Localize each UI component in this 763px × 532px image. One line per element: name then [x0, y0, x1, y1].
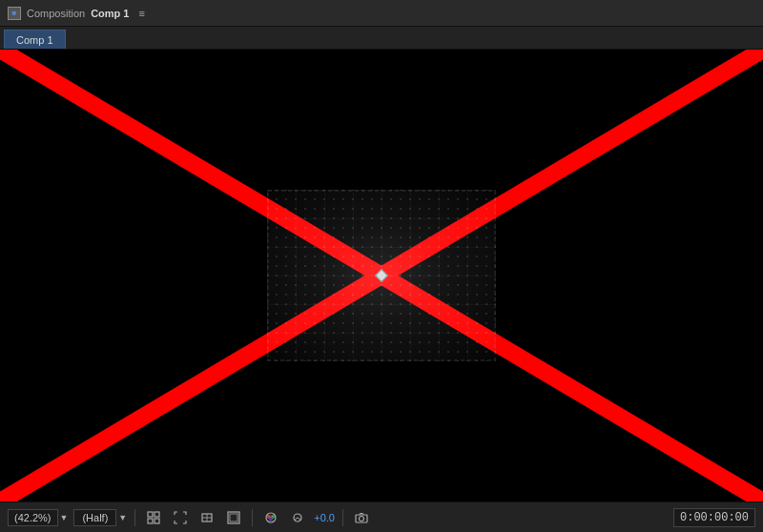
zoom-control[interactable]: (42.2%) ▼ [8, 509, 68, 526]
svg-rect-14 [155, 519, 159, 523]
color-correction-button[interactable] [260, 507, 281, 528]
fit-screen-icon [174, 511, 187, 524]
exposure-value[interactable]: +0.0 [314, 512, 335, 523]
title-bar: ■ Composition Comp 1 ≡ [0, 0, 763, 27]
composition-label: Composition [27, 8, 85, 19]
timecode-display: 0:00:00:00 [673, 508, 755, 527]
viewport [0, 50, 763, 501]
comp-tab-label: Comp 1 [16, 34, 53, 46]
separator-3 [342, 509, 343, 526]
comp-tab[interactable]: Comp 1 [4, 30, 66, 49]
zoom-value[interactable]: (42.2%) [8, 509, 58, 526]
svg-point-23 [269, 518, 273, 522]
composition-name: Comp 1 [91, 8, 129, 19]
fit-to-screen-button[interactable] [170, 507, 191, 528]
pixel-aspect-button[interactable] [196, 507, 217, 528]
composition-icon: ■ [8, 7, 21, 20]
separator-1 [134, 509, 135, 526]
svg-point-26 [359, 516, 363, 521]
svg-rect-11 [148, 512, 153, 517]
svg-rect-12 [155, 512, 159, 517]
camera-icon [355, 511, 368, 524]
color-icon [264, 511, 278, 524]
bottom-toolbar: (42.2%) ▼ (Half) ▼ [0, 501, 763, 532]
snapshot-button[interactable] [351, 507, 372, 528]
exposure-control: +0.0 [314, 512, 335, 523]
separator-2 [252, 509, 253, 526]
safe-margins-icon [227, 511, 240, 524]
quality-control[interactable]: (Half) ▼ [73, 509, 127, 526]
tab-bar: Comp 1 [0, 27, 763, 50]
composition-menu-icon[interactable]: ≡ [138, 8, 144, 19]
toggle-grid-button[interactable] [143, 507, 164, 528]
safe-margins-button[interactable] [223, 507, 244, 528]
svg-rect-13 [148, 519, 153, 523]
zoom-dropdown-arrow[interactable]: ▼ [60, 513, 69, 522]
quality-dropdown-arrow[interactable]: ▼ [118, 513, 127, 522]
reset-exposure-icon [291, 511, 304, 524]
svg-rect-19 [230, 514, 237, 522]
reset-exposure-button[interactable] [287, 507, 308, 528]
composition-area [267, 190, 496, 361]
quality-value[interactable]: (Half) [73, 509, 116, 526]
grid-icon [147, 511, 160, 524]
pixel-aspect-icon [200, 511, 214, 524]
